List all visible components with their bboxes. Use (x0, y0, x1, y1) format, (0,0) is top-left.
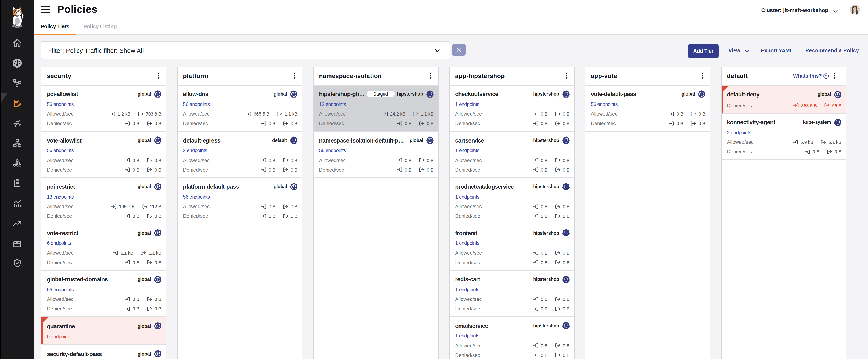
svg-text:ns: ns (565, 188, 566, 189)
svg-text:ns: ns (565, 234, 566, 236)
svg-text:ns: ns (837, 123, 838, 125)
svg-text:ns: ns (565, 327, 566, 328)
svg-text:ns: ns (565, 141, 566, 143)
svg-text:ns: ns (429, 95, 431, 96)
svg-text:ns: ns (293, 141, 294, 143)
svg-text:ns: ns (565, 95, 566, 96)
svg-text:?: ? (825, 74, 827, 78)
svg-text:ns: ns (565, 280, 566, 282)
